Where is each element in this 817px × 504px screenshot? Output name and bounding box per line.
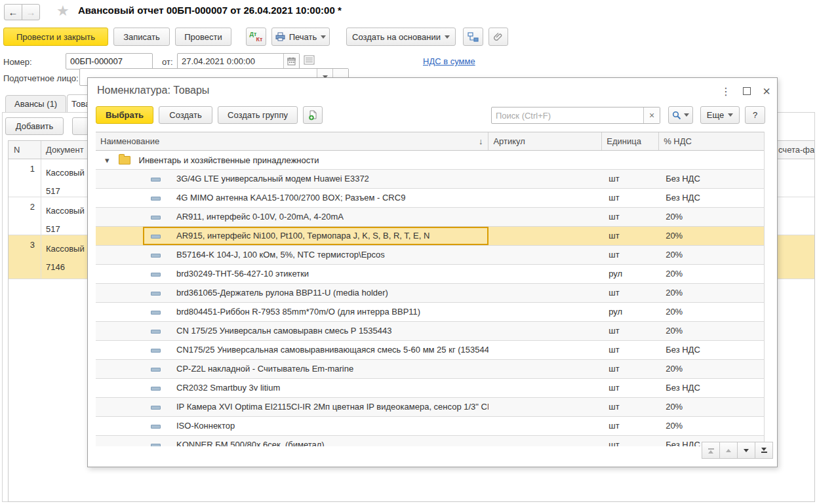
item-article-cell — [488, 208, 602, 226]
nomenclature-dialog: Номенклатура: Товары ⋮ × Выбрать Создать… — [87, 77, 778, 467]
more-button[interactable]: Еще — [700, 106, 740, 124]
forward-arrow-icon: → — [26, 7, 36, 18]
find-dropdown-caret — [684, 113, 689, 117]
item-name-text: 4G MIMO антенна KAA15-1700/2700 BOX; Раз… — [176, 193, 405, 203]
clear-icon: × — [649, 110, 654, 121]
column-header-n[interactable]: N — [9, 141, 41, 159]
item-article-cell — [488, 265, 602, 283]
nomenclature-row[interactable]: CP-Z2L накладной - Считыватель Em-marine… — [96, 360, 764, 379]
nomenclature-row[interactable]: 3G/4G LTE универсальный модем Huawei E33… — [96, 170, 764, 189]
column-header-unit[interactable]: Единица — [602, 132, 659, 150]
dt-kt-button[interactable]: ДтКт — [246, 28, 266, 46]
create-button[interactable]: Создать — [159, 106, 212, 124]
item-name-cell: KONNER БМ 500/80х 6сек. (биметал) — [96, 436, 488, 446]
add-button[interactable]: Добавить — [5, 117, 64, 135]
nomenclature-row[interactable]: CN175/25 Универсальная самовыравнивающая… — [96, 341, 764, 360]
column-header-vat[interactable]: % НДС — [659, 132, 764, 150]
item-unit-cell: шт — [602, 398, 659, 416]
column-header-article[interactable]: Артикул — [488, 132, 602, 150]
item-name-cell: IP Камера XVI Optima EI2115CI-IR 2Мп цве… — [96, 398, 488, 416]
arrow-up-bar-icon — [708, 450, 713, 454]
item-icon — [151, 444, 161, 446]
nomenclature-row[interactable]: B57164-K 104-J, 100 кОм, 5%, NTC термист… — [96, 246, 764, 265]
write-button[interactable]: Записать — [113, 28, 170, 46]
row-number-cell: 1 — [9, 159, 41, 197]
main-toolbar: Провести и закрыть Записать Провести ДтК… — [3, 28, 508, 46]
forward-button[interactable]: → — [22, 4, 40, 20]
item-name-text: AR911, интерфейс 0-10V, 0-20mA, 4-20mA — [176, 212, 344, 222]
open-list-button[interactable] — [304, 55, 315, 65]
item-vat-cell: Без НДС — [659, 379, 764, 397]
item-unit-cell: шт — [602, 436, 659, 446]
item-vat-cell: 20% — [659, 360, 764, 378]
nomenclature-row[interactable]: brd30249-THT-56-427-10 этикеткирул20% — [96, 265, 764, 284]
item-name-cell: 3G/4G LTE универсальный модем Huawei E33… — [96, 170, 488, 188]
item-article-cell — [488, 303, 602, 321]
dialog-menu-button[interactable]: ⋮ — [719, 84, 733, 98]
select-button[interactable]: Выбрать — [96, 106, 153, 124]
magnifier-icon — [672, 111, 681, 120]
item-unit-cell: рул — [602, 265, 659, 283]
item-unit-cell: шт — [602, 322, 659, 340]
more-dropdown-caret — [728, 113, 733, 117]
item-name-text: B57164-K 104-J, 100 кОм, 5%, NTC термист… — [176, 250, 385, 260]
help-button[interactable]: ? — [745, 106, 765, 124]
item-icon — [151, 425, 161, 429]
print-button[interactable]: Печать — [271, 28, 330, 46]
nomenclature-row[interactable]: AR911, интерфейс 0-10V, 0-20mA, 4-20mAшт… — [96, 208, 764, 227]
item-unit-cell: шт — [602, 227, 659, 245]
go-down-button[interactable] — [737, 442, 755, 459]
item-icon — [151, 292, 161, 296]
column-header-invoice[interactable]: счета-фак — [775, 141, 814, 159]
nomenclature-list-header: Наименование ↓ Артикул Единица % НДС — [96, 132, 764, 151]
date-field[interactable]: 27.04.2021 0:00:00 — [177, 53, 300, 69]
arrow-down-icon — [744, 449, 749, 452]
close-icon: × — [763, 84, 770, 99]
structure-button[interactable] — [463, 28, 483, 46]
back-button[interactable]: ← — [4, 4, 22, 20]
search-clear-button[interactable]: × — [643, 107, 660, 123]
go-last-button[interactable] — [755, 442, 773, 459]
nomenclature-row[interactable]: AR915, интерфейс Ni100, Pt100, Термопара… — [96, 227, 764, 246]
go-first-button[interactable] — [702, 442, 720, 459]
create-based-dropdown-caret — [445, 35, 450, 39]
search-input[interactable] — [492, 107, 643, 123]
item-article-cell — [488, 227, 602, 245]
item-article-cell — [488, 360, 602, 378]
nomenclature-row[interactable]: KONNER БМ 500/80х 6сек. (биметал)штБез Н… — [96, 436, 764, 446]
dialog-maximize-button[interactable] — [740, 84, 754, 98]
nomenclature-row[interactable]: CR2032 Smartbuy 3v litiumштБез НДС — [96, 379, 764, 398]
create-new-element-button[interactable] — [303, 106, 323, 124]
document-title: Авансовый отчет 00БП-000007 от 26.04.202… — [78, 5, 342, 16]
item-icon — [151, 406, 161, 410]
number-field[interactable] — [66, 53, 153, 69]
arrow-up-icon — [726, 449, 731, 452]
post-button[interactable]: Провести — [175, 28, 231, 46]
item-vat-cell: Без НДС — [659, 341, 764, 359]
go-up-button[interactable] — [719, 442, 738, 459]
item-name-text: KONNER БМ 500/80х 6сек. (биметал) — [176, 440, 325, 446]
nomenclature-row[interactable]: CN 175/25 Универсальн самовыравн смесь P… — [96, 322, 764, 341]
group-row[interactable]: ▾ Инвентарь и хозяйственные принадлежнос… — [96, 151, 764, 170]
row-number-cell: 2 — [9, 197, 41, 235]
dialog-close-button[interactable]: × — [759, 84, 774, 98]
item-name-text: ISO-Коннектор — [176, 421, 235, 431]
nomenclature-row[interactable]: IP Камера XVI Optima EI2115CI-IR 2Мп цве… — [96, 398, 764, 417]
nomenclature-row[interactable]: brd361065-Держатель рулона BBP11-U (medi… — [96, 284, 764, 303]
nomenclature-row[interactable]: ISO-Коннекторшт20% — [96, 417, 764, 436]
column-header-name[interactable]: Наименование ↓ — [96, 132, 488, 150]
item-vat-cell: 20% — [659, 398, 764, 416]
create-group-button[interactable]: Создать группу — [218, 106, 298, 124]
favorite-star-icon[interactable]: ★ — [56, 3, 70, 20]
nomenclature-row[interactable]: brd804451-Риббон R-7953 85mm*70m/O (для … — [96, 303, 764, 322]
calendar-button[interactable] — [283, 54, 299, 69]
tab-advances[interactable]: Авансы (1) — [5, 95, 66, 113]
vat-in-amount-link[interactable]: НДС в сумме — [423, 56, 475, 66]
create-based-on-button[interactable]: Создать на основании — [346, 28, 456, 46]
find-button[interactable] — [668, 106, 693, 124]
nomenclature-row[interactable]: 4G MIMO антенна KAA15-1700/2700 BOX; Раз… — [96, 189, 764, 208]
post-and-close-button[interactable]: Провести и закрыть — [3, 28, 108, 46]
item-icon — [151, 311, 161, 315]
attachments-button[interactable] — [488, 28, 508, 46]
item-name-text: CP-Z2L накладной - Считыватель Em-marine — [176, 364, 353, 374]
